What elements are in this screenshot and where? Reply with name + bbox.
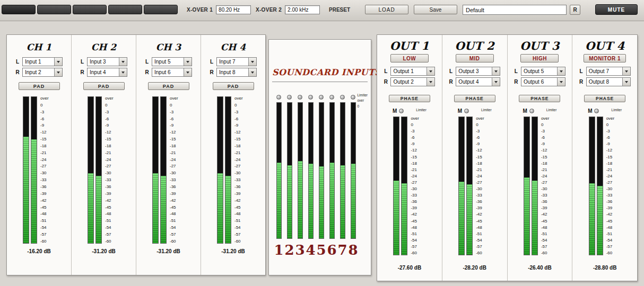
scale-tick: -27 <box>411 181 425 185</box>
soundcard-meter <box>287 102 292 239</box>
input-left-select[interactable]: Input 1 <box>22 57 63 66</box>
chevron-down-icon[interactable] <box>248 58 256 66</box>
mute-limiter-row: M Limiter <box>588 108 622 114</box>
scale-tick: -60 <box>170 239 185 244</box>
tab-button[interactable] <box>144 5 178 14</box>
limiter-label: Limiter <box>546 108 557 112</box>
input-right-select[interactable]: Input 8 <box>216 68 257 77</box>
tab-button[interactable] <box>2 5 36 14</box>
scale-tick: -24 <box>40 158 55 162</box>
pad-button[interactable]: PAD <box>148 82 189 90</box>
soundcard-meter-fill <box>319 166 324 238</box>
chevron-down-icon[interactable] <box>492 67 500 75</box>
preset-name-field[interactable]: Default <box>463 5 567 15</box>
output-left-select[interactable]: Output 3 <box>456 67 500 76</box>
chevron-down-icon[interactable] <box>622 67 630 75</box>
output-left-select[interactable]: Output 7 <box>586 67 631 76</box>
level-readout: -31.20 dB <box>221 248 245 254</box>
mute-toggle[interactable]: M <box>523 108 527 114</box>
scale-tick: -57 <box>105 233 120 237</box>
chevron-down-icon[interactable] <box>54 68 62 76</box>
meter-scale: over0-3-6-9-12-15-18-21-24-27-30-33-36-3… <box>105 96 120 244</box>
chevron-down-icon[interactable] <box>184 68 192 76</box>
load-button[interactable]: LOAD <box>365 5 408 14</box>
output-left-select[interactable]: Output 1 <box>390 67 435 76</box>
chevron-down-icon[interactable] <box>427 67 434 75</box>
scale-tick: -24 <box>105 158 120 162</box>
scale-tick: -9 <box>411 142 425 146</box>
mute-toggle[interactable]: M <box>588 108 592 114</box>
scale-tick: -18 <box>476 162 491 166</box>
right-label: R <box>449 79 453 85</box>
scale-tick: -60 <box>606 251 621 255</box>
scale-tick: -3 <box>170 110 185 114</box>
scale-tick: -6 <box>40 117 55 121</box>
scale-tick: -12 <box>234 130 249 135</box>
chevron-down-icon[interactable] <box>54 58 62 66</box>
chevron-down-icon[interactable] <box>119 58 127 66</box>
mute-toggle[interactable]: M <box>458 108 462 114</box>
meter-left <box>217 96 223 244</box>
xover1-frequency-field[interactable]: 80.20 Hz <box>216 5 251 14</box>
output-right-row: R Output 8 <box>579 77 631 86</box>
phase-button[interactable]: PHASE <box>389 95 430 102</box>
pad-button[interactable]: PAD <box>83 82 125 90</box>
level-readout: -27.60 dB <box>398 265 421 271</box>
pad-button[interactable]: PAD <box>213 82 254 90</box>
mute-button[interactable]: MUTE <box>595 4 638 15</box>
chevron-down-icon[interactable] <box>184 58 192 66</box>
phase-button[interactable]: PHASE <box>519 95 560 102</box>
limiter-led-icon <box>276 95 281 100</box>
save-button[interactable]: Save <box>414 5 457 14</box>
meter-left <box>88 96 94 244</box>
chevron-down-icon[interactable] <box>248 68 256 76</box>
outputs-panel: OUT 1 LOW L Output 1 R Output 2 PHASE M … <box>377 34 638 281</box>
tab-button[interactable] <box>108 5 142 14</box>
input-left-select[interactable]: Input 5 <box>152 57 192 66</box>
output-right-select[interactable]: Output 4 <box>456 77 500 86</box>
band-button[interactable]: MONITOR 1 <box>584 54 626 62</box>
xover2-frequency-field[interactable]: 2.00 kHz <box>285 5 320 14</box>
scale-tick: -3 <box>476 129 491 133</box>
scale-tick: 0 <box>541 123 556 127</box>
input-left-value: Input 7 <box>217 58 248 66</box>
output-left-select[interactable]: Output 5 <box>521 67 565 76</box>
input-left-row: L Input 7 <box>210 57 257 66</box>
soundcard-input-number: 2 <box>284 243 294 257</box>
xover1-group: X-OVER 1 80.20 Hz <box>187 5 251 14</box>
xover1-label: X-OVER 1 <box>187 7 213 13</box>
tab-button[interactable] <box>37 5 71 14</box>
input-left-select[interactable]: Input 3 <box>87 57 127 66</box>
output-right-select[interactable]: Output 6 <box>521 77 565 86</box>
scale-tick: -9 <box>170 123 185 128</box>
channel-meter-zone: over0-3-6-9-12-15-18-21-24-27-30-33-36-3… <box>152 96 185 244</box>
chevron-down-icon[interactable] <box>557 67 565 75</box>
band-button[interactable]: LOW <box>390 54 429 62</box>
chevron-down-icon[interactable] <box>119 68 127 76</box>
input-right-select[interactable]: Input 4 <box>87 68 127 77</box>
tab-button[interactable] <box>73 5 107 14</box>
soundcard-input-number: 1 <box>274 243 283 257</box>
mute-toggle[interactable]: M <box>393 108 397 114</box>
input-right-select[interactable]: Input 2 <box>22 68 63 77</box>
band-button[interactable]: MID <box>456 54 494 62</box>
output-right-select[interactable]: Output 8 <box>586 77 631 86</box>
output-right-select[interactable]: Output 2 <box>390 77 435 86</box>
input-left-select[interactable]: Input 7 <box>216 57 257 66</box>
phase-button[interactable]: PHASE <box>454 95 495 102</box>
over-label: over <box>357 98 368 103</box>
phase-button[interactable]: PHASE <box>584 95 625 102</box>
pad-button[interactable]: PAD <box>19 82 60 90</box>
band-button[interactable]: HIGH <box>520 54 559 62</box>
preset-r-button[interactable]: R <box>570 5 580 15</box>
chevron-down-icon[interactable] <box>427 78 434 86</box>
chevron-down-icon[interactable] <box>492 78 500 86</box>
chevron-down-icon[interactable] <box>622 78 630 86</box>
scale-tick: -33 <box>411 193 425 198</box>
input-right-select[interactable]: Input 6 <box>152 68 192 77</box>
limiter-led-icon <box>594 109 599 113</box>
meter-left <box>589 117 595 255</box>
meter-left-fill <box>394 181 399 255</box>
chevron-down-icon[interactable] <box>557 78 565 86</box>
soundcard-meter <box>308 102 314 239</box>
